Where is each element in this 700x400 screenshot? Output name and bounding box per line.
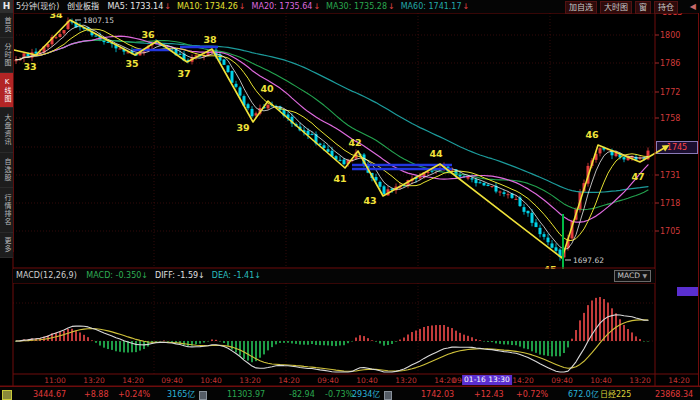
chart-canvas[interactable]: 3334353637383940414243444546471807.15169… [0,0,700,400]
wave-label-43: 43 [363,195,376,206]
quote-日经225: 日经225 [600,389,631,400]
period-label[interactable]: 5分钟(现价) [16,2,59,11]
market-icon [2,390,12,400]
wave-label-42: 42 [348,137,361,148]
quote-+12.43: +12.43 [474,389,504,400]
macd-header: MACD(12,26,9) MACD: -0.350↓DIFF: -1.59↓D… [13,269,655,283]
ma-label: MA60: 1741.17 [401,2,462,11]
sidebar: H 首页分时图K线图大盘资讯自选股行情排名更多 [0,0,14,252]
price-tag: 1807.15 [83,16,114,25]
volume-tag-icon [384,391,392,400]
indicator-selector-label: MACD [618,271,640,280]
ma-label: MA10: 1734.26 [177,2,238,11]
sidebar-item-行情排名[interactable]: 行情排名 [0,188,13,233]
ma-legend: MA5: 1733.14↓MA10: 1734.26↓MA20: 1735.64… [101,2,469,11]
indicator-selector-button[interactable]: MACD ▼ [614,270,652,282]
ma-legend-item: MA20: 1735.64↓ [252,2,321,11]
quote-+8.88: +8.88 [84,389,109,400]
down-arrow-icon: ↓ [313,2,320,11]
ma-label: MA30: 1735.28 [326,2,387,11]
quote-3444.67: 3444.67 [33,389,66,400]
wave-label-46: 46 [585,129,599,140]
quote--82.94: -82.94 [289,389,315,400]
wave-label-33: 33 [23,61,36,72]
quote-1742.03: 1742.03 [421,389,454,400]
quote-11303.97: 11303.97 [227,389,265,400]
chart-header: 5分钟(现价) 创业板指 MA5: 1733.14↓MA10: 1734.26↓… [13,0,700,13]
macd-header-item: DEA: -1.41↓ [212,271,261,280]
down-arrow-icon: ↓ [164,2,171,11]
trading-app-window: 3334353637383940414243444546471807.15169… [0,0,700,400]
ma-legend-item: MA10: 1734.26↓ [177,2,246,11]
wave-label-40: 40 [260,83,274,94]
topbar-button-窗[interactable]: 窗 [635,1,651,14]
chevron-down-icon: ▼ [642,272,647,279]
macd-header-item: MACD: -0.350↓ [86,271,148,280]
quote-3165亿: 3165亿 [167,389,195,400]
quote--0.73%: -0.73% [325,389,353,400]
ma-legend-item: MA30: 1735.28↓ [326,2,395,11]
price-tag: 1697.62 [573,256,604,265]
sidebar-item-首页[interactable]: 首页 [0,13,13,38]
macd-values: MACD: -0.350↓DIFF: -1.59↓DEA: -1.41↓ [79,271,261,280]
wave-label-47: 47 [631,171,644,182]
quote-+0.24%: +0.24% [118,389,150,400]
sidebar-item-大盘资讯[interactable]: 大盘资讯 [0,108,13,153]
market-status-bar[interactable]: 3444.67+8.88+0.24%3165亿11303.97-82.94-0.… [0,386,700,400]
ma-legend-item: MA5: 1733.14↓ [107,2,171,11]
ma-legend-item: MA60: 1741.17↓ [401,2,470,11]
down-arrow-icon: ↓ [463,2,470,11]
sidebar-items: 首页分时图K线图大盘资讯自选股行情排名更多 [0,13,13,258]
macd-value: MACD: -0.350↓ [86,271,148,280]
topbar-button-加自选[interactable]: 加自选 [565,1,597,14]
quote-+0.72%: +0.72% [516,389,548,400]
wave-label-35: 35 [125,58,138,69]
macd-value: DEA: -1.41↓ [212,271,261,280]
sidebar-item-分时图[interactable]: 分时图 [0,38,13,73]
quote-672.0亿: 672.0亿 [568,389,599,400]
wave-label-39: 39 [236,122,249,133]
wave-label-37: 37 [177,68,190,79]
back-arrow-icon[interactable]: ◀ [690,1,696,12]
quote-2934亿: 2934亿 [352,389,380,400]
ma-label: MA5: 1733.14 [107,2,163,11]
app-logo[interactable]: H [0,0,13,13]
wave-label-44: 44 [429,148,443,159]
crosshair-date-badge: 01-16 13:30 [462,375,512,385]
wave-label-41: 41 [333,173,346,184]
sidebar-item-K线图[interactable]: K线图 [0,73,13,108]
volume-tag-icon [199,391,207,400]
macd-indicator-name: MACD(12,26,9) [16,271,77,280]
topbar-button-持仓[interactable]: 持仓 [654,1,678,14]
quote-23868.34: 23868.34 [655,389,693,400]
wave-label-38: 38 [203,34,217,45]
topbar-buttons: 加自选大时图窗持仓 [562,0,678,14]
topbar-button-大时图[interactable]: 大时图 [600,1,632,14]
ma-label: MA20: 1735.64 [252,2,313,11]
sidebar-item-更多[interactable]: 更多 [0,233,13,258]
macd-value: DIFF: -1.59↓ [155,271,205,280]
down-arrow-icon: ↓ [388,2,395,11]
down-arrow-icon: ↓ [239,2,246,11]
sidebar-item-自选股[interactable]: 自选股 [0,153,13,188]
macd-axis-marker [677,287,698,296]
symbol-name: 创业板指 [67,2,99,11]
macd-header-item: DIFF: -1.59↓ [155,271,205,280]
wave-label-36: 36 [141,29,155,40]
